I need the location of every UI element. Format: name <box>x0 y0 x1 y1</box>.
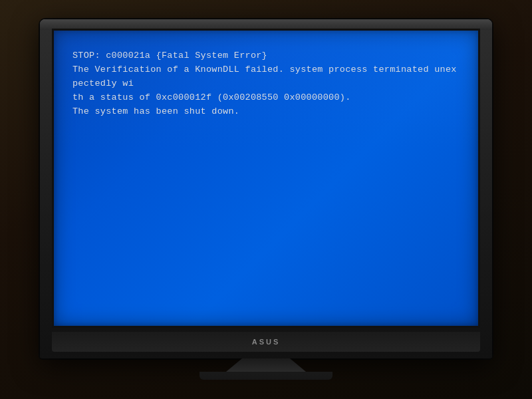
bsod-line-3: th a status of 0xc000012f (0x00208550 0x… <box>72 91 460 105</box>
monitor: STOP: c000021a {Fatal System Error} The … <box>40 19 492 358</box>
bottom-bezel: ASUS <box>52 332 480 352</box>
monitor-stand <box>226 358 306 372</box>
brand-logo: ASUS <box>252 338 281 346</box>
bsod-text-area: STOP: c000021a {Fatal System Error} The … <box>72 49 460 119</box>
room-background: STOP: c000021a {Fatal System Error} The … <box>0 0 532 399</box>
screen: STOP: c000021a {Fatal System Error} The … <box>52 29 480 328</box>
monitor-base <box>200 372 332 380</box>
bsod-line-1: STOP: c000021a {Fatal System Error} <box>72 49 460 63</box>
bsod-line-4: The system has been shut down. <box>72 105 460 119</box>
bsod-line-2: The Verification of a KnownDLL failed. s… <box>72 63 460 91</box>
